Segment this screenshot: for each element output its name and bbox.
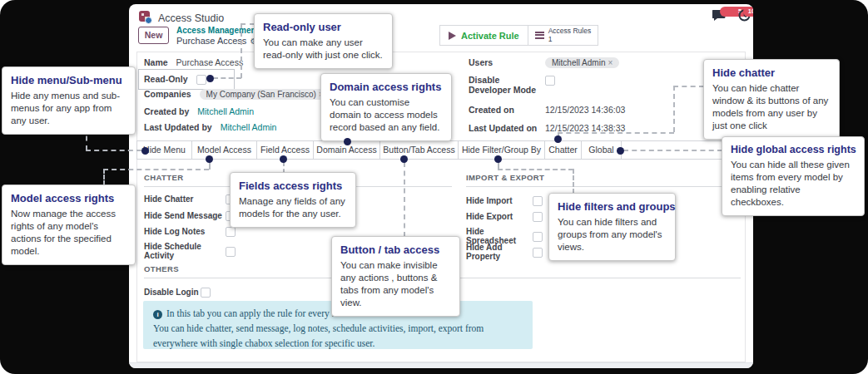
callout-title: Fields access rights (239, 180, 347, 192)
updated-by-label: Last Updated by (144, 122, 212, 132)
connector-dot-hide-menu (141, 147, 149, 155)
callout-title: Read-only user (263, 21, 384, 33)
screenshot: Access Studio 5 10 New Access Management… (0, 0, 868, 374)
callout-button-tab-access: Button / tab access You can make invisib… (331, 236, 460, 317)
name-value[interactable]: Purchase Access (176, 57, 244, 67)
hide-add-property-row: Hide Add Property (466, 243, 543, 261)
disable-dev-checkbox[interactable] (545, 76, 555, 86)
access-rules-label: Access Rules (548, 27, 592, 35)
callout-body: You can hide filters and groups from any… (558, 216, 667, 253)
callout-title: Hide filters and groups (558, 200, 667, 213)
created-on-value: 12/15/2023 14:36:03 (545, 105, 625, 115)
callout-title: Model access rights (11, 192, 126, 204)
callout-title: Hide menu/Sub-menu (11, 74, 126, 86)
readonly-field-row: Read-Only (144, 74, 206, 85)
hide-log-notes-row: Hide Log Notes (144, 226, 236, 237)
readonly-checkbox[interactable] (196, 75, 206, 85)
users-label: Users (469, 57, 540, 67)
callout-fields-access-rights: Fields access rights Manage any fields o… (230, 172, 356, 228)
access-rules-count: 1 (548, 35, 553, 43)
connector-line (241, 23, 255, 25)
user-tag-label: Mitchell Admin (552, 58, 605, 67)
connector-line (673, 86, 704, 87)
activities-badge: 10 (743, 7, 753, 17)
connector-dot-model-access (206, 155, 213, 163)
callout-hide-menu: Hide menu/Sub-menu Hide any menus and su… (2, 66, 136, 135)
hide-import-row: Hide Import (466, 195, 543, 206)
disable-login-row: Disable Login (144, 287, 211, 298)
callout-body: You can make any user read-only with jus… (263, 37, 384, 62)
disable-login-checkbox[interactable] (201, 288, 211, 298)
action-button-group: Activate Rule Access Rules 1 (439, 25, 598, 46)
hide-send-message-label: Hide Send Message (144, 211, 226, 220)
user-tag[interactable]: Mitchell Admin× (545, 57, 619, 68)
hide-import-checkbox[interactable] (533, 196, 543, 206)
connector-dot-hide-filter (494, 155, 502, 163)
created-by-link[interactable]: Mitchell Admin (197, 106, 254, 116)
connector-line (623, 150, 722, 151)
callout-model-access-rights: Model access rights Now manage the acces… (2, 185, 136, 265)
created-on-label: Created on (469, 105, 540, 115)
app-logo-icon[interactable] (139, 11, 152, 24)
hide-chatter-row: Hide Chatter (144, 194, 236, 204)
connector-line (241, 23, 242, 78)
hide-add-property-checkbox[interactable] (533, 248, 543, 258)
hide-export-row: Hide Export (466, 211, 543, 222)
connector-dot-field-access (280, 155, 287, 163)
connector-dot-button-tab (400, 155, 408, 163)
tag-remove-icon[interactable]: × (608, 58, 613, 67)
callout-body: You can customise domain to access model… (330, 96, 443, 134)
callout-title: Hide global access rights (731, 144, 856, 155)
hide-import-label: Hide Import (466, 196, 533, 205)
name-label: Name (144, 57, 168, 67)
disable-dev-label: Disable Developer Mode (469, 75, 540, 95)
connector-line (103, 169, 209, 170)
callout-hide-global-access: Hide global access rights You can hide a… (722, 136, 865, 216)
created-by-row: Created by Mitchell Admin (144, 106, 254, 116)
disable-dev-row: Disable Developer Mode (469, 75, 643, 95)
callout-body: Manage any fields of any models for the … (239, 195, 347, 220)
disable-login-label: Disable Login (144, 288, 201, 297)
hide-log-notes-label: Hide Log Notes (144, 227, 226, 236)
connector-dot-domain-access (344, 138, 351, 145)
app-title: Access Studio (158, 12, 224, 24)
company-tag[interactable]: My Company (San Francisco)× (200, 89, 330, 100)
breadcrumb-parent-link[interactable]: Access Management (176, 26, 259, 35)
access-rules-stat-button[interactable]: Access Rules 1 (528, 25, 599, 46)
created-on-row: Created on 12/15/2023 14:36:03 (469, 105, 625, 115)
tab-global[interactable]: Global (582, 141, 622, 159)
hide-schedule-activity-label: Hide Schedule Activity (144, 242, 226, 260)
hide-chatter-label: Hide Chatter (144, 194, 226, 204)
callout-body: Now manage the access rights of any mode… (11, 208, 126, 258)
breadcrumb-current-label: Purchase Access (176, 36, 246, 46)
connector-line (573, 169, 574, 194)
new-button[interactable]: New (138, 27, 169, 44)
tab-chatter[interactable]: Chatter (545, 141, 582, 159)
tab-button-tab-access[interactable]: Button/Tab Access (380, 141, 459, 159)
updated-by-row: Last Updated by Mitchell Admin (144, 122, 276, 132)
tab-hide-filter-group-by[interactable]: Hide Filter/Group By (459, 141, 545, 159)
tab-model-access[interactable]: Model Access (192, 141, 257, 159)
callout-body: You can make invisible any actions , but… (340, 259, 451, 309)
connector-line (213, 77, 241, 79)
hide-spreadsheet-checkbox[interactable] (533, 232, 543, 242)
activate-rule-button[interactable]: Activate Rule (439, 25, 528, 46)
callout-body: You can hide all these given items from … (731, 159, 856, 209)
updated-by-link[interactable]: Mitchell Admin (221, 122, 277, 132)
hide-export-checkbox[interactable] (533, 212, 543, 222)
activate-rule-label: Activate Rule (461, 31, 519, 41)
hide-schedule-activity-checkbox[interactable] (226, 247, 236, 257)
connector-line (103, 169, 105, 185)
hide-log-notes-checkbox[interactable] (226, 227, 236, 237)
updated-on-label: Last Updated on (469, 123, 540, 133)
info-line-2-text: You can hide chatter, send message, log … (153, 322, 523, 352)
connector-line (404, 162, 405, 237)
name-field-row: Name Purchase Access (144, 57, 243, 67)
connector-line (498, 169, 573, 170)
created-by-label: Created by (144, 106, 189, 116)
connector-line (673, 86, 675, 132)
callout-read-only-user: Read-only user You can make any user rea… (254, 13, 393, 69)
callout-hide-chatter: Hide chatter You can hide chatter window… (703, 59, 840, 140)
callout-body: Hide any menus and sub-menus for any app… (11, 90, 126, 127)
list-icon (535, 32, 544, 39)
